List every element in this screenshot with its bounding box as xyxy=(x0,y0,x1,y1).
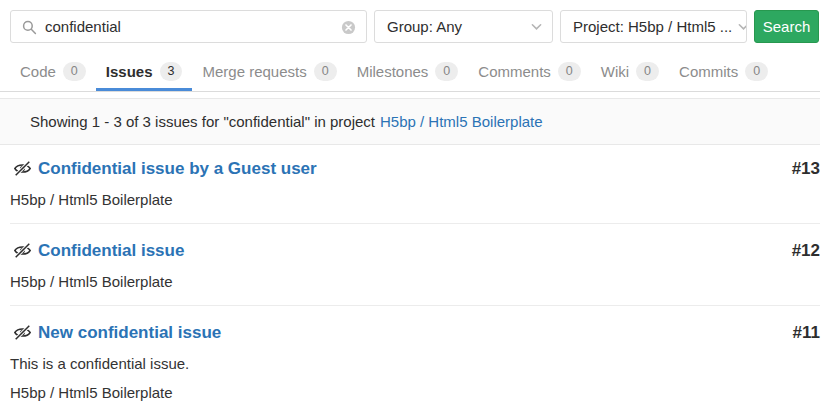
confidential-eye-slash-icon xyxy=(13,324,32,341)
results-summary-text: Showing 1 - 3 of 3 issues for "confident… xyxy=(30,113,375,130)
search-input[interactable] xyxy=(11,18,366,35)
issue-project-name: H5bp / Html5 Boilerplate xyxy=(10,191,820,208)
tab-count-badge: 0 xyxy=(435,62,458,81)
issue-title-row: Confidential issue by a Guest user #13 xyxy=(10,159,820,179)
issue-result-row: Confidential issue #12 H5bp / Html5 Boil… xyxy=(10,224,820,306)
issue-description: This is a confidential issue. xyxy=(10,355,820,372)
tab-milestones[interactable]: Milestones 0 xyxy=(347,53,469,91)
search-results-page: Group: Any Project: H5bp / Html5 ... Sea… xyxy=(0,0,820,404)
tab-count-badge: 0 xyxy=(63,62,86,81)
chevron-down-icon xyxy=(738,23,747,31)
search-box xyxy=(10,10,367,43)
search-scope-tabs: Code 0 Issues 3 Merge requests 0 Milesto… xyxy=(0,53,820,92)
tab-count-badge: 0 xyxy=(314,62,337,81)
tab-label: Wiki xyxy=(601,63,629,80)
tab-count-badge: 3 xyxy=(160,62,183,81)
tab-label: Code xyxy=(20,63,56,80)
issue-result-row: New confidential issue #11 This is a con… xyxy=(10,306,820,404)
project-filter-dropdown[interactable]: Project: H5bp / Html5 ... xyxy=(560,10,747,43)
search-results-list: Confidential issue by a Guest user #13 H… xyxy=(0,145,820,404)
search-button[interactable]: Search xyxy=(754,10,819,43)
tab-label: Issues xyxy=(106,63,153,80)
chevron-down-icon xyxy=(531,23,542,31)
tab-issues[interactable]: Issues 3 xyxy=(96,53,193,91)
issue-title-link[interactable]: Confidential issue by a Guest user xyxy=(38,159,317,179)
clear-search-icon[interactable] xyxy=(341,20,356,35)
confidential-eye-slash-icon xyxy=(13,160,32,177)
tab-label: Milestones xyxy=(357,63,429,80)
issue-title-row: New confidential issue #11 xyxy=(10,323,820,343)
group-filter-dropdown[interactable]: Group: Any xyxy=(374,10,553,43)
tab-label: Merge requests xyxy=(202,63,306,80)
group-filter-label: Group: Any xyxy=(387,18,462,35)
tab-code[interactable]: Code 0 xyxy=(10,53,96,91)
tab-comments[interactable]: Comments 0 xyxy=(468,53,590,91)
issue-title-link[interactable]: Confidential issue xyxy=(38,241,184,261)
tab-label: Commits xyxy=(679,63,738,80)
confidential-eye-slash-icon xyxy=(13,242,32,259)
tab-merge-requests[interactable]: Merge requests 0 xyxy=(192,53,346,91)
search-filter-bar: Group: Any Project: H5bp / Html5 ... Sea… xyxy=(0,0,820,43)
issue-result-row: Confidential issue by a Guest user #13 H… xyxy=(10,145,820,224)
tab-count-badge: 0 xyxy=(745,62,768,81)
issue-project-name: H5bp / Html5 Boilerplate xyxy=(10,273,820,290)
tab-label: Comments xyxy=(478,63,551,80)
tab-count-badge: 0 xyxy=(636,62,659,81)
issue-id: #13 xyxy=(792,159,820,179)
issue-title-link[interactable]: New confidential issue xyxy=(38,323,221,343)
project-link[interactable]: H5bp / Html5 Boilerplate xyxy=(380,113,543,130)
tab-count-badge: 0 xyxy=(558,62,581,81)
issue-project-name: H5bp / Html5 Boilerplate xyxy=(10,384,820,401)
search-icon xyxy=(22,20,37,35)
project-filter-label: Project: H5bp / Html5 ... xyxy=(573,18,732,35)
issue-title-row: Confidential issue #12 xyxy=(10,241,820,261)
issue-id: #12 xyxy=(792,241,820,261)
results-summary-banner: Showing 1 - 3 of 3 issues for "confident… xyxy=(0,98,820,145)
issue-id: #11 xyxy=(793,323,820,343)
tab-wiki[interactable]: Wiki 0 xyxy=(591,53,669,91)
tab-commits[interactable]: Commits 0 xyxy=(669,53,778,91)
